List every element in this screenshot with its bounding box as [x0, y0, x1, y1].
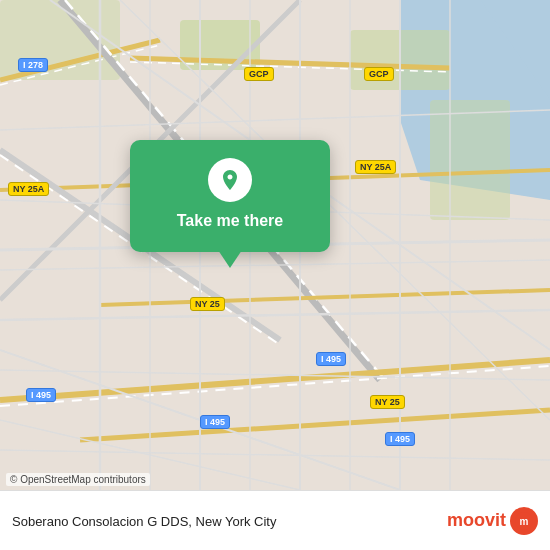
moovit-text-label: moovit: [447, 510, 506, 531]
road-label-i495-right: I 495: [385, 432, 415, 446]
take-me-there-card[interactable]: Take me there: [130, 140, 330, 252]
road-label-gcp-top: GCP: [244, 67, 274, 81]
bottom-bar: Soberano Consolacion G DDS, New York Cit…: [0, 490, 550, 550]
moovit-logo: moovit m: [447, 507, 538, 535]
svg-rect-6: [430, 100, 510, 220]
road-label-gcp-right: GCP: [364, 67, 394, 81]
location-full-label: Soberano Consolacion G DDS, New York Cit…: [12, 514, 276, 529]
svg-text:m: m: [520, 516, 529, 527]
location-info: Soberano Consolacion G DDS, New York Cit…: [12, 512, 276, 530]
map-container: I 278 NY 25A NY 25A NY 25 NY 25 GCP GCP …: [0, 0, 550, 490]
road-label-ny25-bottom: NY 25: [190, 297, 225, 311]
road-label-ny25a-left: NY 25A: [8, 182, 49, 196]
moovit-icon: m: [510, 507, 538, 535]
road-label-i495-left: I 495: [26, 388, 56, 402]
road-label-i495-center: I 495: [316, 352, 346, 366]
road-label-ny25a-right: NY 25A: [355, 160, 396, 174]
road-label-i495-bottom: I 495: [200, 415, 230, 429]
road-label-ny25-right: NY 25: [370, 395, 405, 409]
osm-copyright: © OpenStreetMap contributors: [6, 473, 150, 486]
location-pin-icon: [208, 158, 252, 202]
road-label-i278: I 278: [18, 58, 48, 72]
take-me-there-label: Take me there: [177, 212, 283, 230]
